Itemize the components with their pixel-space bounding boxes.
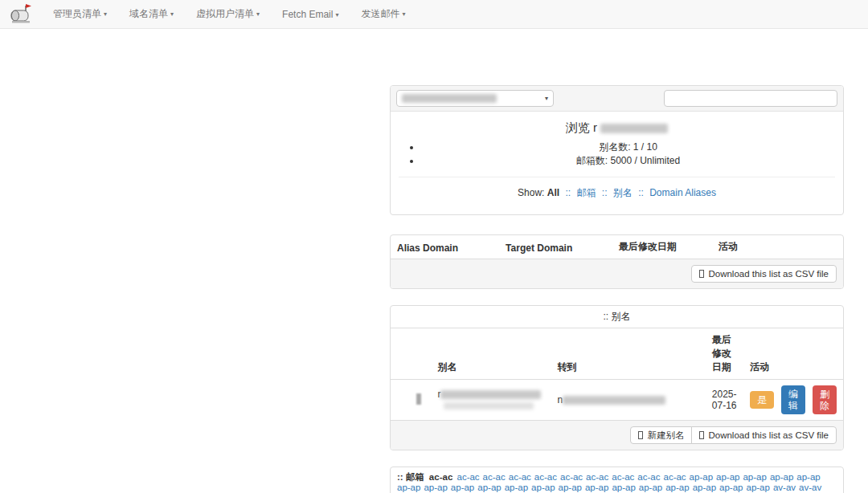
page-range-link[interactable]: ap-ap <box>559 483 582 493</box>
chevron-down-icon: ▾ <box>545 95 548 102</box>
active-yes-button[interactable]: 是 <box>750 391 774 409</box>
page-range-link[interactable]: ac-ac <box>483 472 506 483</box>
page-range-link[interactable]: ac-ac <box>509 472 531 483</box>
col-active: 活动 <box>712 235 843 259</box>
col-actions: 活动 <box>743 328 843 380</box>
page-title: 浏览 r <box>399 120 835 136</box>
page-range-link[interactable]: ap-ap <box>477 483 501 493</box>
nav-menu: 管理员清单▾ 域名清单▾ 虚拟用户清单▾ Fetch Email▾ 发送邮件▾ <box>42 7 416 21</box>
filter-bar: ▾ <box>391 86 843 112</box>
page-range-link[interactable]: ac-ac <box>637 472 660 483</box>
page-range-link[interactable]: ap-ap <box>693 483 716 493</box>
page-title-text: 浏览 r <box>566 120 597 134</box>
show-domain-aliases-link[interactable]: Domain Aliases <box>649 187 716 198</box>
navbar: 管理员清单▾ 域名清单▾ 虚拟用户清单▾ Fetch Email▾ 发送邮件▾ <box>0 0 868 29</box>
nav-menu-item[interactable]: 域名清单▾ <box>118 7 185 21</box>
domain-select[interactable]: ▾ <box>396 90 554 107</box>
alias-table-caption: :: 别名 <box>391 306 843 328</box>
page-range-link[interactable]: ac-ac <box>663 472 686 483</box>
alias-domain-table-card: Alias Domain Target Domain 最后修改日期 活动 Dow… <box>390 234 844 289</box>
goto-prefix: n <box>557 394 563 405</box>
nav-item-label: 域名清单 <box>129 8 168 19</box>
nav-item-label: 管理员清单 <box>53 8 101 19</box>
page-range-link[interactable]: ac-ac <box>457 472 479 483</box>
overview-body: 浏览 r 别名数: 1 / 10 邮箱数: 5000 / Unlimited S… <box>391 112 843 214</box>
nav-menu-item[interactable]: 管理员清单▾ <box>42 7 118 21</box>
show-mailboxes-link[interactable]: 邮箱 <box>576 187 596 198</box>
alias-row: r n 2025-07-16 是 编辑 删除 <box>391 380 843 421</box>
col-modified: 最后修改日期 <box>706 328 743 380</box>
col-alias: 别名 <box>431 328 551 380</box>
alias-table-footer: 新建别名 Download this list as CSV file <box>391 421 843 450</box>
page-range-link[interactable]: ap-ap <box>531 483 555 493</box>
nav-item-label: 发送邮件 <box>361 8 399 19</box>
main-content: ▾ 浏览 r 别名数: 1 / 10 邮箱数: 5000 / Unlimited… <box>390 85 844 493</box>
page-link-list: ac-acac-acac-acac-acac-acac-acac-acac-ac… <box>397 472 826 493</box>
add-icon <box>638 431 643 439</box>
page-range-link[interactable]: ap-ap <box>585 483 608 493</box>
page-range-link[interactable]: av-av <box>799 483 821 493</box>
stat-item: 邮箱数: 5000 / Unlimited <box>421 154 835 168</box>
page-range-link[interactable]: ap-ap <box>451 483 474 493</box>
page-range-link[interactable]: ap-ap <box>690 472 713 483</box>
redacted-target-address <box>563 396 665 405</box>
chevron-down-icon: ▾ <box>402 10 405 18</box>
download-csv-button-2[interactable]: Download this list as CSV file <box>691 426 837 444</box>
page-range-link[interactable]: ap-ap <box>716 472 739 483</box>
page-range-link[interactable]: ap-ap <box>639 483 662 493</box>
chevron-down-icon: ▾ <box>256 10 260 18</box>
new-alias-label: 新建别名 <box>647 430 684 440</box>
page-range-link[interactable]: ap-ap <box>719 483 743 493</box>
show-all-current: All <box>547 187 559 198</box>
edit-button[interactable]: 编辑 <box>781 385 805 414</box>
row-actions: 是 编辑 删除 <box>750 385 837 414</box>
search-input[interactable] <box>664 90 837 107</box>
page-range-link[interactable]: ac-ac <box>612 472 634 483</box>
download-icon <box>699 431 704 439</box>
redacted-alias-address-2 <box>444 402 534 409</box>
stat-item: 别名数: 1 / 10 <box>421 141 835 154</box>
current-page-range: ac-ac <box>429 472 452 482</box>
nav-menu-item[interactable]: 虚拟用户清单▾ <box>185 7 271 21</box>
col-goto: 转到 <box>551 328 705 380</box>
nav-item-label: Fetch Email <box>282 9 333 20</box>
redacted-alias-address <box>440 390 541 399</box>
alias-domain-table: Alias Domain Target Domain 最后修改日期 活动 <box>391 235 843 259</box>
page-range-link[interactable]: ap-ap <box>770 472 793 483</box>
goto-cell: n <box>551 380 705 421</box>
page-range-link[interactable]: ap-ap <box>796 472 820 483</box>
mailbox-pagination-card: :: 邮箱ac-ac ac-acac-acac-acac-acac-acac-a… <box>390 467 844 493</box>
download-icon <box>699 270 704 278</box>
delete-button[interactable]: 删除 <box>813 385 837 414</box>
page-range-link[interactable]: ac-ac <box>586 472 608 483</box>
nav-menu-item[interactable]: Fetch Email▾ <box>271 9 350 20</box>
page-range-link[interactable]: ac-ac <box>534 472 557 483</box>
col-checkbox <box>391 328 431 380</box>
page-range-link[interactable]: ap-ap <box>424 483 447 493</box>
page-range-link[interactable]: ac-ac <box>560 472 583 483</box>
nav-menu-item[interactable]: 发送邮件▾ <box>350 7 416 21</box>
divider <box>399 177 835 177</box>
page-range-link[interactable]: ap-ap <box>746 483 769 493</box>
show-aliases-link[interactable]: 别名 <box>613 187 633 198</box>
mailbox-logo-icon <box>6 2 34 27</box>
chevron-down-icon: ▾ <box>104 10 107 18</box>
page-range-link[interactable]: av-av <box>773 483 796 493</box>
col-last-modified: 最后修改日期 <box>612 235 712 259</box>
new-alias-button[interactable]: 新建别名 <box>630 426 692 444</box>
alias-table-card: :: 别名 别名 转到 最后修改日期 活动 r <box>390 305 844 450</box>
download-csv-button[interactable]: Download this list as CSV file <box>691 265 837 283</box>
modified-date: 2025-07-16 <box>706 380 743 421</box>
domain-overview-card: ▾ 浏览 r 别名数: 1 / 10 邮箱数: 5000 / Unlimited… <box>390 85 844 215</box>
redacted-domain-name <box>600 124 668 133</box>
page-range-link[interactable]: ap-ap <box>612 483 635 493</box>
mailbox-heading: :: 邮箱 <box>397 472 424 482</box>
separator: :: <box>565 187 571 198</box>
page-range-link[interactable]: ap-ap <box>743 472 766 483</box>
page-range-link[interactable]: ap-ap <box>665 483 689 493</box>
alias-row-checkbox[interactable] <box>416 393 421 405</box>
separator: :: <box>602 187 608 198</box>
page-range-link[interactable]: ap-ap <box>397 483 420 493</box>
page-range-link[interactable]: ap-ap <box>505 483 528 493</box>
nav-item-label: 虚拟用户清单 <box>196 8 254 19</box>
